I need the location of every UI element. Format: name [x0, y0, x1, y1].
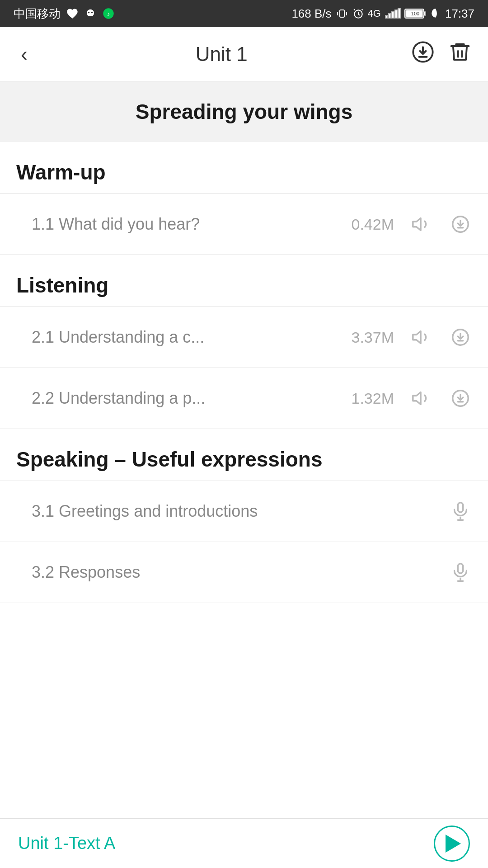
- heart-icon: [66, 7, 79, 20]
- status-left: 中国移动 ♪: [14, 6, 115, 22]
- alarm-icon: [352, 8, 364, 19]
- time-text: 17:37: [445, 7, 474, 21]
- status-right: 168 B/s 4G 100 17:37: [291, 7, 474, 21]
- item-left: 1.1 What did you hear?: [32, 215, 340, 234]
- item-title: 2.1 Understanding a c...: [32, 328, 204, 347]
- item-title: 3.2 Responses: [32, 563, 140, 582]
- item-right: 0.42M: [340, 213, 472, 236]
- item-right: [449, 561, 472, 584]
- trash-icon: [448, 40, 472, 64]
- file-size: 1.32M: [340, 390, 394, 407]
- svg-rect-13: [395, 10, 397, 18]
- mic-icon[interactable]: [449, 500, 472, 523]
- vibrate-icon: [335, 8, 349, 19]
- list-item[interactable]: 3.1 Greetings and introductions: [0, 481, 488, 542]
- file-size: 0.42M: [340, 216, 394, 233]
- item-title: 1.1 What did you hear?: [32, 215, 200, 234]
- bottom-label[interactable]: Unit 1-Text A: [18, 834, 115, 853]
- delete-button[interactable]: [448, 40, 472, 68]
- play-triangle-icon: [446, 835, 461, 853]
- listening-title: Listening: [16, 274, 108, 297]
- banner-title: Spreading your wings: [136, 100, 353, 123]
- download-item-icon[interactable]: [449, 213, 472, 236]
- item-left: 3.1 Greetings and introductions: [32, 502, 449, 521]
- speaker-icon[interactable]: [410, 387, 433, 410]
- headphone-icon: ♪: [102, 7, 115, 20]
- bottom-bar: Unit 1-Text A: [0, 818, 488, 868]
- mic-icon[interactable]: [449, 561, 472, 584]
- speed-text: 168 B/s: [291, 7, 331, 21]
- svg-rect-10: [385, 15, 388, 18]
- item-title: 2.2 Understanding a p...: [32, 389, 205, 408]
- list-item[interactable]: 2.1 Understanding a c... 3.37M: [0, 307, 488, 368]
- item-right: 3.37M: [340, 326, 472, 349]
- signal-4g-text: 4G: [368, 8, 381, 19]
- leaf-icon: [430, 8, 441, 19]
- battery-icon: 100: [404, 8, 426, 19]
- svg-text:♪: ♪: [107, 10, 110, 18]
- carrier-text: 中国移动: [14, 6, 61, 22]
- svg-point-2: [88, 12, 90, 14]
- svg-rect-14: [398, 8, 400, 18]
- nav-title: Unit 1: [196, 43, 248, 66]
- svg-rect-16: [424, 12, 426, 15]
- content-area: Warm-up 1.1 What did you hear? 0.42M: [0, 142, 488, 603]
- svg-point-0: [87, 9, 94, 17]
- download-item-icon[interactable]: [449, 387, 472, 410]
- item-left: 2.1 Understanding a c...: [32, 328, 340, 347]
- svg-point-3: [91, 12, 93, 14]
- svg-rect-12: [392, 12, 394, 18]
- speaker-icon[interactable]: [410, 213, 433, 236]
- svg-rect-32: [458, 564, 463, 573]
- back-button[interactable]: ‹: [16, 40, 32, 69]
- svg-rect-1: [87, 16, 94, 19]
- svg-text:100: 100: [411, 11, 419, 16]
- status-bar: 中国移动 ♪ 168 B/s 4G 100 17:37: [0, 0, 488, 27]
- svg-rect-11: [389, 14, 391, 18]
- listening-header: Listening: [0, 255, 488, 307]
- warmup-header: Warm-up: [0, 142, 488, 194]
- section-banner: Spreading your wings: [0, 81, 488, 142]
- signal-bars-icon: [385, 8, 401, 19]
- nav-bar: ‹ Unit 1: [0, 27, 488, 81]
- speaking-title: Speaking – Useful expressions: [16, 448, 323, 471]
- download-button[interactable]: [411, 40, 435, 68]
- play-button[interactable]: [434, 826, 470, 862]
- item-right: [449, 500, 472, 523]
- download-item-icon[interactable]: [449, 326, 472, 349]
- ghost-icon: [84, 7, 97, 20]
- speaking-header: Speaking – Useful expressions: [0, 429, 488, 481]
- warmup-title: Warm-up: [16, 160, 106, 184]
- item-left: 2.2 Understanding a p...: [32, 389, 340, 408]
- item-title: 3.1 Greetings and introductions: [32, 502, 258, 521]
- nav-actions: [411, 40, 472, 68]
- file-size: 3.37M: [340, 329, 394, 346]
- svg-rect-6: [340, 10, 344, 17]
- item-right: 1.32M: [340, 387, 472, 410]
- list-item[interactable]: 2.2 Understanding a p... 1.32M: [0, 368, 488, 429]
- svg-rect-29: [458, 503, 463, 512]
- list-item[interactable]: 3.2 Responses: [0, 542, 488, 603]
- download-icon: [411, 40, 435, 64]
- list-item[interactable]: 1.1 What did you hear? 0.42M: [0, 194, 488, 255]
- item-left: 3.2 Responses: [32, 563, 449, 582]
- speaker-icon[interactable]: [410, 326, 433, 349]
